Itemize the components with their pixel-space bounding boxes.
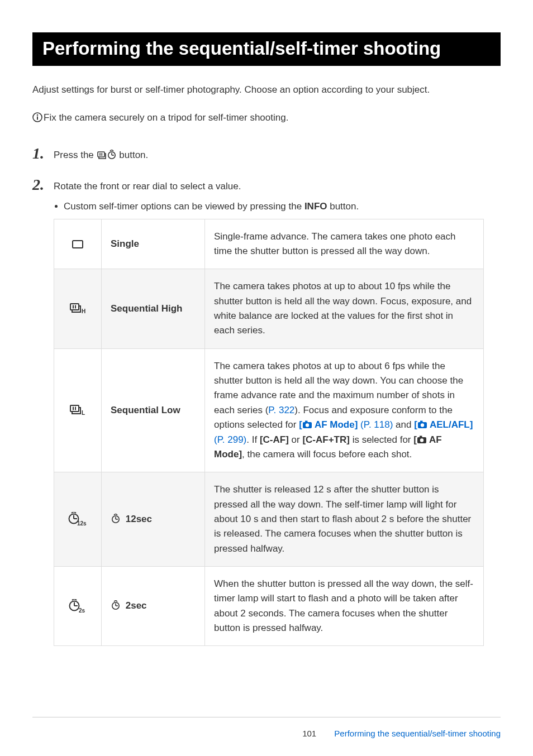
seq-high-label: Sequential High [102,269,205,348]
step-1-pre: Press the [54,150,97,160]
seq-low-desc: The camera takes photos at up to about 6… [205,348,484,472]
sequential-high-icon [69,303,86,315]
step-1-post: button. [117,150,149,160]
timer-2-desc: When the shutter button is pressed all t… [205,566,484,645]
seq-high-desc: The camera takes photos at up to about 1… [205,269,484,348]
seq-low-d5: or [289,434,303,445]
table-row: 12sec The shutter is released 12 s after… [54,472,484,567]
seq-low-d7: , the camera will focus before each shot… [242,449,412,460]
step-2-sub: Custom self-timer options can be viewed … [54,199,501,214]
step-2-sub-post: button. [327,201,359,212]
single-desc: Single-frame advance. The camera takes o… [205,219,484,269]
tripod-callout: Fix the camera securely on a tripod for … [32,111,501,125]
self-timer-icon [111,514,121,524]
link-p299[interactable]: (P. 299) [214,434,246,445]
camera-icon [417,435,427,444]
drive-mode-table: Single Single-frame advance. The camera … [54,219,484,647]
step-1-number: 1. [32,146,54,161]
step-2: 2. Rotate the front or rear dial to sele… [32,177,501,646]
callout-text: Fix the camera securely on a tripod for … [44,112,288,123]
intro-paragraph: Adjust settings for burst or self-timer … [32,83,501,97]
self-timer-2s-icon [68,599,87,614]
link-p322[interactable]: P. 322 [268,405,294,415]
step-2-info-label: INFO [304,201,327,212]
step-2-main: Rotate the front or rear dial to select … [54,181,241,192]
table-row: Sequential Low The camera takes photos a… [54,348,484,472]
caf-label: [C-AF] [260,434,289,445]
page-footer: 101 Performing the sequential/self-timer… [0,716,533,738]
table-row: 2sec When the shutter button is pressed … [54,566,484,645]
single-frame-icon [72,239,84,250]
seq-low-icon-cell [54,348,102,472]
single-label: Single [102,219,205,269]
footer-link[interactable]: Performing the sequential/self-timer sho… [334,729,501,738]
timer-2-label-text: 2sec [123,600,147,611]
page-title: Performing the sequential/self-timer sho… [32,32,501,66]
step-1-body: Press the button. [54,146,501,162]
step-2-sub-pre: Custom self-timer options can be viewed … [64,201,304,212]
timer-12-desc: The shutter is released 12 s after the s… [205,472,484,567]
single-icon-cell [54,219,102,269]
link-af-mode[interactable]: [ AF Mode] [299,419,358,430]
seq-low-d3: and [393,419,414,430]
camera-icon [417,420,427,429]
seq-low-d6: is selected for [350,434,413,445]
burst-icon [97,151,107,160]
camera-icon [302,420,312,429]
seq-low-d4: . If [246,434,260,445]
self-timer-icon [107,150,117,160]
sequential-low-icon [69,404,86,417]
timer-12-icon-cell [54,472,102,567]
timer-12-label: 12sec [102,472,205,567]
self-timer-icon [111,600,121,610]
caf-tr-label: [C-AF+TR] [302,434,350,445]
timer-12-label-text: 12sec [123,514,152,524]
link-p118[interactable]: (P. 118) [358,419,393,430]
info-circle-icon [32,112,42,122]
seq-low-label: Sequential Low [102,348,205,472]
link-ael-afl[interactable]: [ AEL/AFL] [414,419,473,430]
step-2-number: 2. [32,177,54,193]
seq-high-icon-cell [54,269,102,348]
table-row: Single Single-frame advance. The camera … [54,219,484,269]
self-timer-12s-icon [68,512,88,527]
step-2-body: Rotate the front or rear dial to select … [54,177,501,646]
table-row: Sequential High The camera takes photos … [54,269,484,348]
timer-2-icon-cell [54,566,102,645]
step-1: 1. Press the button. [32,146,501,162]
page-number: 101 [302,729,316,738]
timer-2-label: 2sec [102,566,205,645]
